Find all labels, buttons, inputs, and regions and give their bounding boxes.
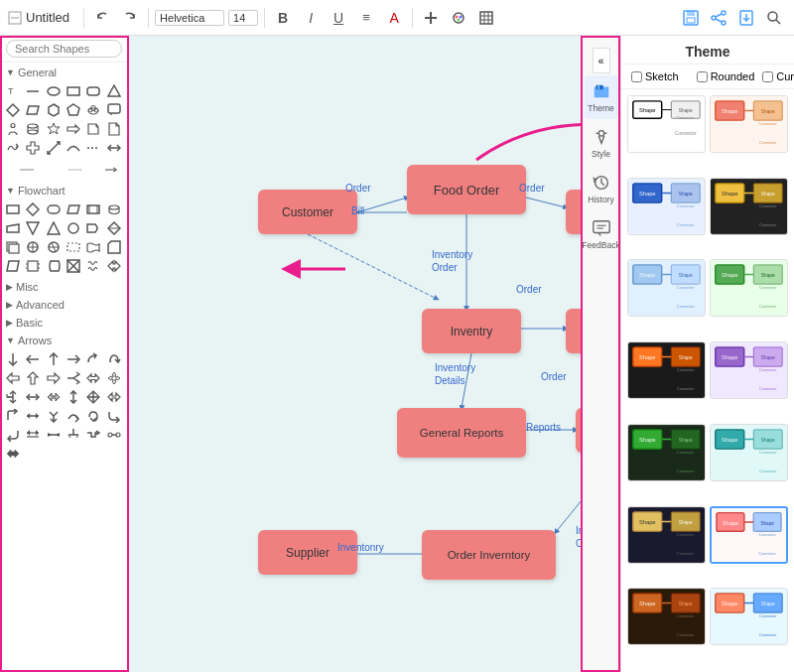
arrow-join[interactable] [45, 407, 63, 425]
bold-button[interactable]: B [271, 6, 295, 30]
shape-text[interactable]: T [4, 82, 22, 100]
fc-summing[interactable] [24, 238, 42, 256]
node-general-reports[interactable]: General Reports [397, 408, 526, 458]
theme-card-12[interactable]: Shape Shape Connector Connector [710, 506, 788, 564]
panel-collapse-button[interactable]: « [593, 48, 610, 73]
shape-callout[interactable] [105, 101, 123, 119]
theme-card-7[interactable]: Shape Shape Connector Connector [627, 341, 706, 399]
arrow-loopback[interactable] [84, 407, 102, 425]
fc-tape[interactable] [84, 238, 102, 256]
theme-card-13[interactable]: Shape Shape Connector Connector [627, 588, 706, 645]
shape-parallelogram[interactable] [24, 101, 42, 119]
shape-wave[interactable] [4, 139, 22, 157]
fc-wavy[interactable] [84, 257, 102, 275]
sidebar-section-general[interactable]: ▼ General [0, 63, 128, 80]
node-customer[interactable]: Customer [258, 190, 357, 234]
fc-connector[interactable] [65, 219, 82, 237]
node-order-inventory[interactable]: Order Inverntory [422, 530, 556, 580]
redo-button[interactable] [118, 6, 142, 30]
arrow-sw[interactable] [24, 388, 42, 406]
arrow-curve[interactable] [84, 350, 102, 368]
fc-merge[interactable] [24, 219, 42, 237]
underline-button[interactable]: U [327, 6, 350, 30]
shape-rect[interactable] [65, 82, 82, 100]
sketch-option[interactable]: Sketch [631, 70, 679, 82]
undo-button[interactable] [90, 6, 114, 30]
arrow-cross[interactable] [105, 369, 123, 387]
theme-card-9[interactable]: Shape Shape Connector Connector [627, 424, 706, 481]
arrow-right2[interactable] [65, 350, 82, 368]
export-button[interactable] [734, 6, 758, 30]
arrow-move[interactable] [84, 388, 102, 406]
arrow-sw2[interactable] [24, 407, 42, 425]
sidebar-section-basic[interactable]: ▶ Basic [0, 313, 128, 331]
shape-arrow-right[interactable] [65, 120, 82, 138]
arrow-left2[interactable] [4, 369, 22, 387]
arrow-double-sw[interactable] [24, 426, 42, 444]
canvas-area[interactable]: Food Order Customer Kitchen Inventry Dat… [129, 36, 581, 672]
sidebar-section-arrows[interactable]: ▼ Arrows [0, 331, 128, 348]
shape-plus[interactable] [24, 139, 42, 157]
sidebar-section-flowchart[interactable]: ▼ Flowchart [0, 181, 128, 199]
theme-card-6[interactable]: Shape Shape Connector Connector [710, 259, 788, 317]
shape-note[interactable] [105, 120, 123, 138]
font-size-input[interactable] [228, 10, 258, 26]
arrow-left[interactable] [24, 350, 42, 368]
arrow-uturn[interactable] [105, 350, 123, 368]
arrow-doublelr[interactable] [84, 369, 102, 387]
shape-diag-arrows[interactable] [45, 139, 63, 157]
fc-diagonal[interactable] [4, 257, 22, 275]
shape-ellipse[interactable] [45, 82, 63, 100]
shape-pentagon[interactable] [65, 101, 82, 119]
fc-sort[interactable] [105, 219, 123, 237]
fc-gear[interactable] [24, 257, 42, 275]
fc-delay[interactable] [84, 219, 102, 237]
sidebar-section-misc[interactable]: ▶ Misc [0, 277, 128, 295]
shape-line-1[interactable] [4, 161, 51, 179]
arrow-up-down2[interactable] [65, 388, 82, 406]
theme-card-4[interactable]: Shape Shape Connector Connector [710, 178, 788, 235]
font-selector[interactable] [155, 10, 224, 26]
fc-process[interactable] [4, 201, 22, 218]
italic-button[interactable]: I [299, 6, 323, 30]
color-button[interactable] [447, 6, 470, 30]
shape-cloud[interactable] [84, 101, 102, 119]
node-inventory[interactable]: Inventry [422, 309, 521, 353]
theme-card-1[interactable]: Shape Shape Connector Connector [627, 95, 706, 153]
history-button[interactable]: History [585, 167, 618, 210]
arrow-up[interactable] [45, 350, 63, 368]
rounded-checkbox[interactable] [697, 71, 708, 82]
fc-cross[interactable] [65, 257, 82, 275]
arrow-zigzag[interactable] [84, 426, 102, 444]
sketch-checkbox[interactable] [631, 71, 642, 82]
fc-manual[interactable] [4, 219, 22, 237]
curved-checkbox[interactable] [762, 71, 773, 82]
shape-curved-line[interactable] [65, 139, 82, 157]
theme-card-14[interactable]: Shape Shape Connector Connector [710, 588, 788, 645]
theme-card-8[interactable]: Shape Shape Connector Connector [710, 341, 788, 399]
node-manager[interactable]: Manager [576, 408, 581, 453]
theme-card-3[interactable]: Shape Shape Connector Connector [627, 178, 706, 235]
node-kitchen[interactable]: Kitchen [566, 190, 581, 234]
fc-multidoc[interactable] [4, 238, 22, 256]
rounded-option[interactable]: Rounded [697, 70, 755, 82]
theme-card-2[interactable]: Shape Shape Connector Connector [710, 95, 788, 153]
fc-stored[interactable] [45, 257, 63, 275]
shape-line[interactable] [24, 82, 42, 100]
fc-data[interactable] [105, 201, 123, 218]
fc-predefined[interactable] [84, 201, 102, 218]
arrow-turn2[interactable] [105, 407, 123, 425]
sidebar-search-bar[interactable] [0, 36, 128, 63]
theme-button[interactable]: Theme [585, 75, 618, 119]
style-button[interactable]: Style [585, 121, 618, 165]
theme-card-5[interactable]: Shape Shape Connector Connector [627, 259, 706, 317]
shape-rounded-rect[interactable] [84, 82, 102, 100]
arrow-3way[interactable] [4, 388, 22, 406]
shape-dashed[interactable] [84, 139, 102, 157]
share-button[interactable] [707, 6, 730, 30]
shape-triangle[interactable] [105, 82, 123, 100]
search-button[interactable] [762, 6, 786, 30]
arrow-curved2[interactable] [65, 407, 82, 425]
shape-person[interactable] [4, 120, 22, 138]
shape-document[interactable] [84, 120, 102, 138]
